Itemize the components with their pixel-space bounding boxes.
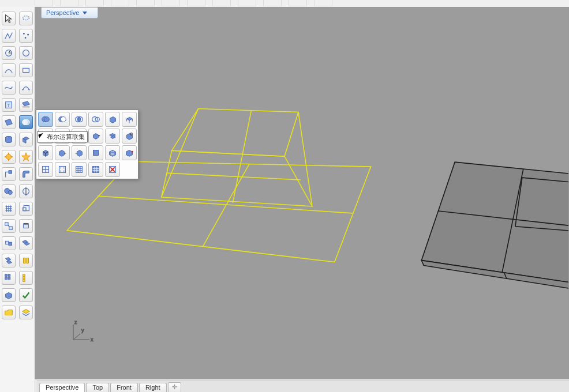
shell-icon[interactable] [2,288,16,302]
grid-c-icon[interactable] [72,162,87,177]
bool-intersect-icon[interactable] [72,112,87,127]
tab-right[interactable]: Right [139,383,167,392]
svg-rect-66 [93,150,99,156]
svg-point-58 [61,117,66,122]
fillet-icon[interactable] [19,167,33,181]
svg-point-72 [60,171,61,172]
tab-top[interactable]: Top [86,383,109,392]
grid-a-icon[interactable] [38,162,53,177]
surface-icon[interactable] [2,115,16,129]
box3-icon[interactable] [72,145,87,160]
grid3-icon[interactable] [19,271,33,285]
freeform-icon[interactable] [2,81,16,95]
polysrf-icon[interactable] [19,133,33,146]
curve2-icon[interactable] [19,81,33,95]
svg-point-73 [63,171,65,172]
svg-rect-7 [5,223,8,225]
svg-point-17 [27,34,29,36]
lasso-icon[interactable] [19,12,33,25]
svg-rect-9 [6,241,9,244]
copy-icon[interactable] [2,254,16,267]
tab-perspective[interactable]: Perspective [39,383,85,392]
rotate-icon[interactable] [19,219,33,233]
cylinder-icon[interactable] [2,133,16,146]
svg-rect-11 [5,274,8,277]
edit-icon[interactable] [2,236,16,250]
svg-line-48 [167,173,301,180]
svg-rect-12 [8,274,10,277]
svg-point-6 [8,190,12,194]
curve-icon[interactable] [2,63,16,77]
viewport-title[interactable]: Perspective [41,7,98,18]
grid-d-icon[interactable] [88,162,103,177]
svg-rect-33 [23,280,25,282]
svg-point-18 [25,37,27,39]
arc-icon[interactable] [2,46,16,60]
box2-icon[interactable] [55,145,70,160]
grid-b-icon[interactable] [55,162,70,177]
check-icon[interactable] [19,288,33,302]
tooltip-text: 布尔运算联集 [47,133,85,141]
circle-icon[interactable] [19,46,33,60]
svg-rect-14 [8,277,10,280]
pointer-icon[interactable] [2,12,16,25]
svg-rect-75 [93,167,99,173]
hollow-icon[interactable] [105,129,120,144]
bool-diff-icon[interactable] [55,112,70,127]
svg-point-16 [23,33,25,35]
view-tabs: Perspective Top Front Right ✛ [37,380,569,392]
svg-rect-31 [23,274,25,277]
svg-point-21 [23,89,24,91]
svg-rect-74 [76,167,83,173]
dropdown-arrow-icon [83,12,87,14]
array-grid-icon[interactable] [2,271,16,285]
svg-point-56 [44,117,49,122]
svg-point-24 [24,120,29,125]
pipe-icon[interactable] [122,129,137,144]
gear-icon[interactable] [2,150,16,164]
svg-rect-10 [9,242,12,245]
mirror-icon[interactable] [19,184,33,198]
svg-point-67 [132,151,133,153]
svg-point-22 [28,89,29,91]
viewport-title-label: Perspective [46,9,79,17]
grid-icon[interactable] [2,202,16,216]
solid-box-icon[interactable] [105,112,120,127]
polyline-icon[interactable] [2,29,16,43]
svg-rect-69 [59,167,66,173]
text-icon[interactable]: T [2,98,16,112]
solid-edit-icon[interactable] [105,145,120,160]
viewport[interactable]: Perspective [35,7,569,379]
shell2-icon[interactable] [88,129,103,144]
open-icon[interactable] [2,306,16,319]
modify-icon[interactable] [2,167,16,181]
svg-rect-20 [23,68,29,72]
bool-split-icon[interactable] [88,112,103,127]
svg-rect-26 [23,208,26,210]
box-icon[interactable] [38,145,53,160]
points-icon[interactable] [19,29,33,43]
svg-line-45 [162,108,199,197]
delete-icon[interactable] [105,162,120,177]
bool-union-icon[interactable] [38,112,53,127]
align-icon[interactable] [19,236,33,250]
scale-icon[interactable] [19,202,33,216]
svg-text:T: T [7,103,10,108]
move-icon[interactable] [2,219,16,233]
tab-add[interactable]: ✛ [168,382,181,392]
dim-icon[interactable] [19,98,33,112]
boolean-flyout [36,110,138,179]
svg-marker-43 [172,108,298,156]
tab-front[interactable]: Front [110,383,138,392]
extrude-icon[interactable] [122,112,137,127]
cage-icon[interactable] [19,254,33,267]
loft-icon[interactable] [2,184,16,198]
svg-marker-44 [162,150,312,206]
boolean-icon[interactable] [19,115,33,129]
layer-icon[interactable] [19,306,33,319]
box4-icon[interactable] [88,145,103,160]
sun-icon[interactable] [19,150,33,164]
solid-pt-icon[interactable] [122,145,137,160]
toolbar-column-1: T [0,7,18,392]
rectangle-icon[interactable] [19,63,33,77]
